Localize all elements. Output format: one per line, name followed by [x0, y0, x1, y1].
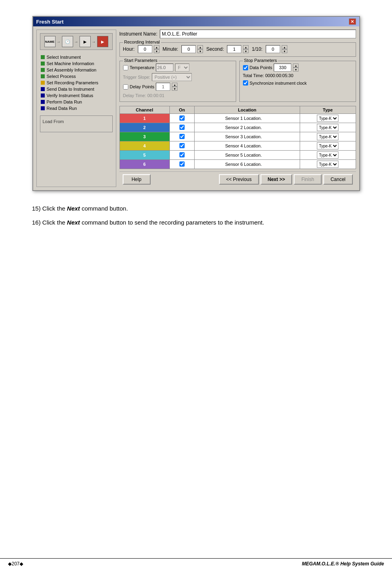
- channel-location-cell: [195, 160, 300, 169]
- channel-type-select[interactable]: Type-K: [317, 161, 338, 168]
- temperature-unit-select[interactable]: F: [175, 64, 189, 72]
- nav-item-machine-info[interactable]: Set Machine Information: [40, 60, 113, 67]
- instruction-16: 16) Click the Next command button to sen…: [32, 217, 360, 228]
- nav-list: Select Instrument Set Machine Informatio…: [40, 54, 113, 111]
- delay-points-label: Delay Points: [130, 84, 155, 89]
- channel-type-select[interactable]: Type-K: [317, 133, 338, 140]
- next-button[interactable]: Next >>: [261, 174, 292, 185]
- temperature-value[interactable]: [156, 64, 173, 72]
- nav-item-send-data[interactable]: Send Data to Instrument: [40, 86, 113, 92]
- footer-left: ◆207◆: [8, 561, 23, 567]
- nav-item-select-instrument[interactable]: Select Instrument: [40, 54, 113, 60]
- tenth-down[interactable]: ▼: [282, 49, 287, 53]
- channel-number: 1: [119, 114, 169, 123]
- close-button[interactable]: ✕: [349, 18, 356, 25]
- channel-on-checkbox[interactable]: [179, 161, 185, 167]
- minute-input[interactable]: [181, 45, 196, 53]
- delay-points-down[interactable]: ▼: [172, 87, 177, 91]
- channel-location-input[interactable]: [225, 116, 269, 121]
- svg-rect-3: [41, 74, 45, 78]
- temperature-checkbox[interactable]: [123, 65, 128, 70]
- nav-item-read-data[interactable]: Read Data Run: [40, 105, 113, 111]
- second-down[interactable]: ▼: [243, 49, 249, 53]
- trigger-slope-select[interactable]: Positive (+): [152, 73, 192, 81]
- play-icon: ▶: [80, 36, 91, 47]
- recording-interval-group: Recording Interval Hour: ▲ ▼ Minute:: [119, 42, 356, 57]
- data-points-label: Data Points: [250, 65, 273, 70]
- minute-down[interactable]: ▼: [197, 49, 203, 53]
- nav-dot-4: [41, 74, 45, 78]
- table-row: 6Type-K: [119, 160, 356, 169]
- nav-item-data-run[interactable]: Perform Data Run: [40, 99, 113, 105]
- channel-on-checkbox[interactable]: [179, 143, 185, 148]
- nav-dot-7: [41, 94, 45, 97]
- delay-points-up[interactable]: ▲: [172, 83, 177, 87]
- instrument-name-input[interactable]: [160, 30, 356, 38]
- channel-table: Channel On Location Type 1Type-K2Type-K3…: [119, 106, 356, 169]
- sync-clock-checkbox[interactable]: [243, 80, 248, 86]
- nav-item-recording-params[interactable]: Set Recording Parameters: [40, 80, 113, 86]
- hour-input[interactable]: [138, 45, 152, 53]
- channel-type-select[interactable]: Type-K: [317, 151, 338, 159]
- instrument-icon-row: NAME → 🕐 → ▶ → ▶: [40, 33, 113, 50]
- channel-on-checkbox[interactable]: [179, 125, 185, 130]
- channel-location-input[interactable]: [225, 143, 269, 148]
- hour-down[interactable]: ▼: [154, 49, 159, 53]
- channel-location-cell: [195, 141, 300, 151]
- second-spinner: ▲ ▼: [227, 45, 249, 53]
- arrow-1: →: [57, 40, 61, 44]
- fresh-start-dialog: Fresh Start ✕ NAME → 🕐 → ▶ → ▶: [32, 16, 360, 191]
- channel-type-select[interactable]: Type-K: [317, 142, 338, 149]
- help-button[interactable]: Help: [123, 174, 151, 185]
- instrument-name-label: Instrument Name:: [119, 31, 157, 37]
- nav-label-6: Send Data to Instrument: [47, 87, 94, 92]
- finish-button[interactable]: Finish: [294, 174, 322, 185]
- tenth-label: 1/10:: [252, 46, 263, 52]
- nav-item-select-process[interactable]: Select Process: [40, 73, 113, 80]
- channel-location-input[interactable]: [225, 134, 269, 139]
- svg-rect-5: [41, 87, 45, 91]
- params-row: Start Parameters Temperature F Trigger S…: [119, 61, 356, 102]
- channel-on-checkbox[interactable]: [179, 134, 185, 139]
- channel-location-input[interactable]: [225, 162, 269, 167]
- total-time-label: Total Time: 0000:00:05:30: [243, 73, 294, 78]
- nav-label-4: Select Process: [47, 74, 76, 79]
- tenth-up[interactable]: ▲: [282, 45, 287, 49]
- channel-type-cell: Type-K: [300, 160, 356, 169]
- channel-on-checkbox[interactable]: [179, 152, 185, 157]
- channel-type-select[interactable]: Type-K: [317, 115, 338, 122]
- minute-up[interactable]: ▲: [197, 45, 203, 49]
- trigger-slope-label: Trigger Slope:: [123, 75, 151, 80]
- previous-button[interactable]: << Previous: [219, 174, 259, 185]
- channel-type-select[interactable]: Type-K: [317, 124, 338, 131]
- data-points-input[interactable]: [274, 64, 291, 72]
- nav-dot-9: [41, 106, 45, 110]
- channel-type-cell: Type-K: [300, 114, 356, 123]
- svg-rect-6: [41, 94, 45, 97]
- nav-item-verify-status[interactable]: Verify Instrument Status: [40, 92, 113, 99]
- nav-dot-5: [41, 81, 45, 85]
- data-points-down[interactable]: ▼: [293, 68, 298, 72]
- nav-dot-3: [41, 68, 45, 72]
- data-points-up[interactable]: ▲: [293, 64, 298, 68]
- delay-points-input[interactable]: [156, 83, 170, 91]
- delay-points-checkbox[interactable]: [123, 84, 128, 90]
- table-row: 4Type-K: [119, 141, 356, 151]
- second-up[interactable]: ▲: [243, 45, 249, 49]
- delay-time-label: Delay Time: 00:00:01: [123, 93, 165, 98]
- channel-location-input[interactable]: [225, 153, 269, 157]
- channel-on-cell: [169, 114, 195, 123]
- nav-item-assembly-info[interactable]: Set Assembly Information: [40, 67, 113, 73]
- hour-up[interactable]: ▲: [154, 45, 159, 49]
- col-on: On: [169, 106, 195, 114]
- tenth-input[interactable]: [266, 45, 280, 53]
- data-points-checkbox[interactable]: [243, 65, 248, 70]
- nav-dot-2: [41, 62, 45, 66]
- second-input[interactable]: [227, 45, 241, 53]
- instrument-name-row: Instrument Name:: [119, 30, 356, 38]
- cancel-button[interactable]: Cancel: [323, 174, 352, 185]
- svg-rect-0: [41, 55, 45, 59]
- channel-location-input[interactable]: [225, 125, 269, 130]
- channel-on-checkbox[interactable]: [179, 115, 185, 121]
- arrow-2: →: [74, 40, 78, 44]
